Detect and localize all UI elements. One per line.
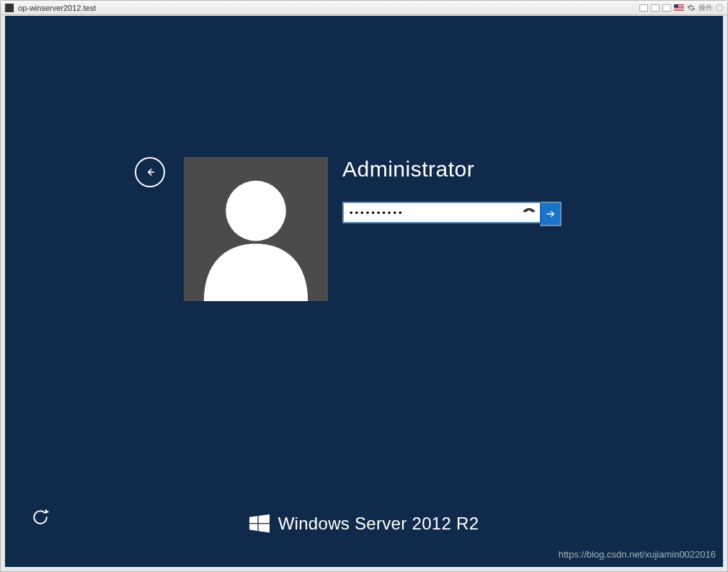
arrow-left-icon (143, 165, 157, 179)
display-mode-icon-1[interactable] (639, 4, 648, 12)
product-brand: Windows Server 2012 R2 (5, 514, 723, 534)
display-mode-icon-2[interactable] (651, 4, 660, 12)
password-input-wrap (344, 203, 540, 222)
product-name-prefix: Windows Server (278, 514, 407, 533)
back-button[interactable] (135, 157, 165, 187)
eye-icon (523, 208, 536, 217)
vm-titlebar: op-winserver2012.test 操作 (1, 1, 727, 15)
reveal-password-button[interactable] (521, 203, 537, 222)
vm-window-title: op-winserver2012.test (18, 4, 96, 12)
product-year: 2012 (412, 514, 452, 533)
username-label: Administrator (342, 157, 573, 182)
login-form: Administrator (342, 157, 573, 223)
product-name: Windows Server 2012 R2 (278, 514, 479, 534)
watermark-text: https://blog.csdn.net/xujiamin0022016 (559, 549, 716, 560)
submit-button[interactable] (540, 202, 561, 226)
vm-titlebar-right-controls: 操作 (639, 3, 723, 13)
windows-login-screen: Administrator (5, 16, 723, 567)
svg-rect-0 (148, 171, 154, 173)
person-icon (187, 164, 324, 301)
display-mode-icon-3[interactable] (662, 4, 671, 12)
us-flag-icon[interactable] (674, 4, 684, 12)
product-suffix: R2 (456, 514, 479, 533)
vm-window: op-winserver2012.test 操作 (0, 0, 728, 572)
windows-logo-icon (249, 514, 270, 534)
password-row (342, 202, 560, 223)
svg-point-1 (226, 181, 286, 241)
svg-rect-2 (523, 212, 536, 217)
gear-icon[interactable] (687, 4, 696, 12)
vm-media-status-icon[interactable] (716, 4, 723, 12)
vm-action-menu-label[interactable]: 操作 (698, 3, 713, 13)
arrow-right-icon (545, 208, 556, 220)
vm-app-icon (5, 4, 14, 12)
user-avatar (184, 157, 328, 301)
password-input[interactable] (344, 203, 540, 222)
